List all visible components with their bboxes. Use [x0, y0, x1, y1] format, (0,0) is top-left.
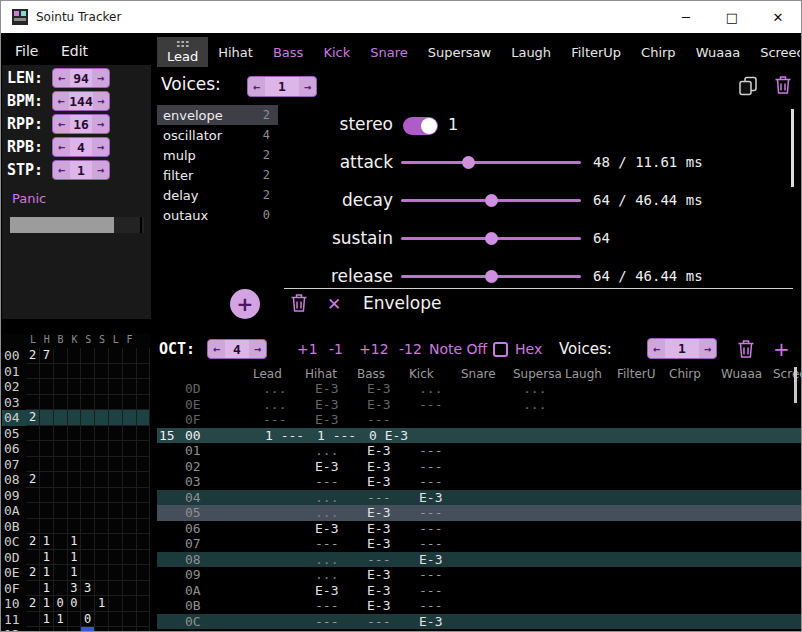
order-row-0B[interactable]: 0B: [2, 519, 150, 535]
order-cell[interactable]: [123, 426, 137, 442]
order-row-0D[interactable]: 0D11: [2, 550, 150, 566]
order-cell[interactable]: 1: [40, 596, 54, 612]
pattern-row-04[interactable]: 04...---E-3: [157, 490, 802, 506]
pattern-cell[interactable]: ---: [315, 598, 338, 614]
pattern-row-0F[interactable]: 0F---E-3---: [157, 412, 802, 428]
order-cell[interactable]: [109, 565, 123, 581]
order-cell[interactable]: [136, 457, 150, 473]
order-cell[interactable]: [109, 596, 123, 612]
order-cell[interactable]: [95, 627, 109, 632]
tab-filterup[interactable]: FilterUp: [561, 37, 631, 67]
stepper-increment-icon[interactable]: →: [92, 69, 109, 87]
order-cell[interactable]: [67, 612, 81, 628]
pattern-cell[interactable]: E-3: [315, 521, 338, 537]
pattern-cell[interactable]: E-3: [315, 412, 338, 428]
order-cell[interactable]: [54, 426, 68, 442]
delete-instrument-icon[interactable]: [774, 75, 792, 94]
order-cell[interactable]: [26, 627, 40, 632]
transpose-up-1-button[interactable]: +1: [297, 335, 318, 363]
order-cell[interactable]: [40, 472, 54, 488]
transpose-up-12-button[interactable]: +12: [359, 335, 389, 363]
pattern-cell[interactable]: ---: [367, 490, 390, 506]
order-cell[interactable]: [109, 379, 123, 395]
tab-wuaaa[interactable]: Wuaaa: [686, 37, 751, 67]
stepper-decrement-icon[interactable]: ←: [248, 77, 265, 96]
tab-bass[interactable]: Bass: [263, 37, 313, 67]
pattern-cell[interactable]: E-3: [367, 459, 390, 475]
pattern-cell[interactable]: ...: [315, 567, 338, 583]
order-cell[interactable]: [136, 348, 150, 364]
pattern-row-00[interactable]: 15001 ---1 ---0 E-3: [157, 428, 802, 444]
stepper-decrement-icon[interactable]: ←: [53, 161, 70, 179]
order-cell[interactable]: [95, 488, 109, 504]
order-cell[interactable]: 0: [54, 596, 68, 612]
stepper-decrement-icon[interactable]: ←: [53, 92, 69, 110]
order-cell[interactable]: 2: [26, 565, 40, 581]
order-cell[interactable]: [81, 565, 95, 581]
pattern-cell[interactable]: ---: [419, 459, 442, 475]
order-cell[interactable]: 2: [26, 596, 40, 612]
order-row-04[interactable]: 042: [2, 410, 150, 426]
order-cell[interactable]: [26, 550, 40, 566]
tab-supersaw[interactable]: Supersaw: [418, 37, 501, 67]
unit-item-envelope[interactable]: envelope2: [157, 105, 278, 125]
order-cell[interactable]: [136, 379, 150, 395]
order-cell[interactable]: [54, 550, 68, 566]
order-cell[interactable]: [136, 395, 150, 411]
order-cell[interactable]: [40, 410, 54, 426]
pattern-cell[interactable]: ---: [315, 474, 338, 490]
pattern-cell[interactable]: E-3: [315, 583, 338, 599]
order-cell[interactable]: [81, 457, 95, 473]
pattern-cell[interactable]: ---: [263, 412, 286, 428]
order-cell[interactable]: [109, 457, 123, 473]
order-cell[interactable]: 1: [40, 565, 54, 581]
order-cell[interactable]: [54, 441, 68, 457]
order-cell[interactable]: [67, 457, 81, 473]
pattern-cell[interactable]: ...: [419, 381, 442, 397]
stepper-increment-icon[interactable]: →: [92, 115, 109, 133]
pattern-cell[interactable]: E-3: [367, 521, 390, 537]
pattern-cell[interactable]: ...: [315, 443, 338, 459]
order-cell[interactable]: 3: [67, 581, 81, 597]
order-row-11[interactable]: 11110: [2, 612, 150, 628]
order-cell[interactable]: [81, 596, 95, 612]
pattern-cell[interactable]: E-3: [315, 381, 338, 397]
order-cell[interactable]: [67, 426, 81, 442]
order-cell[interactable]: [40, 441, 54, 457]
stepper-increment-icon[interactable]: →: [92, 161, 109, 179]
order-cell[interactable]: [109, 534, 123, 550]
tab-lead[interactable]: Lead: [157, 37, 208, 67]
order-cell[interactable]: [95, 612, 109, 628]
order-row-03[interactable]: 03: [2, 395, 150, 411]
pattern-cell[interactable]: E-3: [367, 397, 390, 413]
order-cell[interactable]: [67, 441, 81, 457]
order-cell[interactable]: [109, 550, 123, 566]
order-cell[interactable]: [136, 612, 150, 628]
order-cell[interactable]: [81, 364, 95, 380]
order-cell[interactable]: [54, 488, 68, 504]
pattern-cell[interactable]: E-3: [315, 397, 338, 413]
order-cell[interactable]: [81, 503, 95, 519]
order-cell[interactable]: [26, 364, 40, 380]
order-cell[interactable]: [40, 364, 54, 380]
order-cell[interactable]: [95, 379, 109, 395]
order-cell[interactable]: 7: [40, 348, 54, 364]
order-cell[interactable]: [136, 488, 150, 504]
order-cell[interactable]: [95, 395, 109, 411]
order-cell[interactable]: [67, 627, 81, 632]
order-cell[interactable]: [81, 550, 95, 566]
order-cell[interactable]: [109, 519, 123, 535]
pattern-cell[interactable]: ---: [315, 614, 338, 630]
stepper-value[interactable]: 94: [70, 69, 92, 87]
delete-track-icon[interactable]: [737, 339, 755, 358]
order-cell[interactable]: [136, 550, 150, 566]
stepper-value[interactable]: 4: [70, 138, 92, 156]
order-cell[interactable]: [54, 534, 68, 550]
stepper-value[interactable]: 1: [70, 161, 92, 179]
tab-kick[interactable]: Kick: [313, 37, 360, 67]
order-cell[interactable]: [136, 410, 150, 426]
pattern-cell[interactable]: E-3: [367, 536, 390, 552]
pattern-cell[interactable]: E-3: [367, 567, 390, 583]
pattern-cell[interactable]: 1 ---: [317, 428, 356, 444]
order-cell[interactable]: 2: [26, 472, 40, 488]
